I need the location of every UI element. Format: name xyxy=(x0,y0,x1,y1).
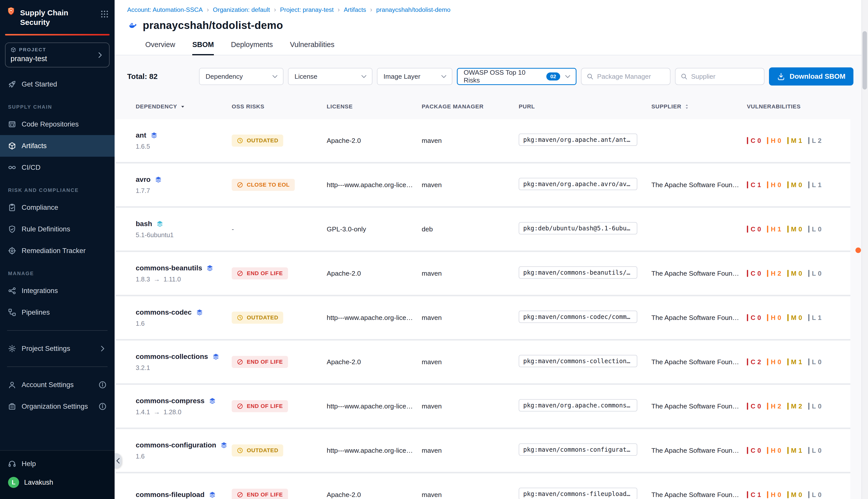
purl-chip[interactable]: pkg:deb/ubuntu/bash@5.1-6ubuntu1 xyxy=(519,222,637,234)
filter-license[interactable]: License xyxy=(288,68,373,85)
purl-chip[interactable]: pkg:maven/commons-configuration/… xyxy=(519,443,637,456)
sidebar-item-organization-settings[interactable]: Organization Settings xyxy=(0,395,115,417)
integrations-icon xyxy=(8,287,16,295)
help-button[interactable]: Help xyxy=(0,454,115,474)
sort-both-icon xyxy=(684,104,690,110)
breadcrumb-link[interactable]: Project: pranay-test xyxy=(280,6,334,13)
sidebar-item-label: Organization Settings xyxy=(22,402,88,411)
table-row[interactable]: commons-collections3.2.1END OF LIFEApach… xyxy=(116,341,851,383)
oss-risk-badge: END OF LIFE xyxy=(232,400,288,412)
info-icon[interactable] xyxy=(99,402,106,411)
vuln-medium: M0 xyxy=(787,226,802,233)
infinity-icon xyxy=(8,163,16,171)
sidebar-item-code-repositories[interactable]: Code Repositories xyxy=(0,113,115,135)
purl-chip[interactable]: pkg:maven/org.apache.avro/avro@1… xyxy=(519,178,637,190)
vuln-medium: M0 xyxy=(787,491,802,499)
nav-divider xyxy=(7,330,108,331)
sidebar-item-project-settings[interactable]: Project Settings xyxy=(0,338,115,360)
sidebar-item-label: Integrations xyxy=(22,287,58,295)
sidebar-item-remediation-tracker[interactable]: Remediation Tracker xyxy=(0,240,115,261)
toolbar: Total: 82 DependencyLicenseImage LayerOW… xyxy=(127,68,851,86)
dependency-name: commons-configuration xyxy=(136,441,232,449)
purl-chip[interactable]: pkg:maven/commons-codec/commons-… xyxy=(519,311,637,323)
sidebar-item-pipelines[interactable]: Pipelines xyxy=(0,302,115,323)
purl-chip[interactable]: pkg:maven/org.apache.commons/com… xyxy=(519,399,637,412)
vuln-critical: C0 xyxy=(747,226,761,233)
purl-chip[interactable]: pkg:maven/commons-fileupload/com… xyxy=(519,488,637,499)
tab-deployments[interactable]: Deployments xyxy=(231,40,273,55)
table-row[interactable]: ant1.6.5OUTDATEDApache-2.0mavenpkg:maven… xyxy=(116,119,851,162)
app-title-line2: Security xyxy=(20,17,68,27)
project-label-text: PROJECT xyxy=(19,47,46,52)
vuln-critical: C0 xyxy=(747,314,761,322)
filter-group: DependencyLicenseImage LayerOWASP OSS To… xyxy=(199,68,577,85)
ban-icon xyxy=(237,403,243,410)
scrollbar-thumb[interactable] xyxy=(863,31,867,89)
breadcrumb: Account: Automation-SSCA›Organization: d… xyxy=(127,6,856,13)
package-manager-search-input[interactable] xyxy=(597,73,665,81)
sidebar-item-ci-cd[interactable]: CI/CD xyxy=(0,157,115,178)
dependency-name: bash xyxy=(136,220,232,228)
purl-chip[interactable]: pkg:maven/org.apache.ant/ant@1.6… xyxy=(519,134,637,146)
column-header-label: PACKAGE MANAGER xyxy=(422,104,483,110)
vuln-low: L0 xyxy=(808,358,821,366)
filter-dependency[interactable]: Dependency xyxy=(199,68,284,85)
column-header-oss-risks[interactable]: OSS RISKS xyxy=(232,104,327,110)
tab-vulnerabilities[interactable]: Vulnerabilities xyxy=(290,40,335,55)
oss-risk-badge: OUTDATED xyxy=(232,445,283,457)
vuln-low: L0 xyxy=(808,491,821,499)
breadcrumb-separator: › xyxy=(370,6,372,13)
vuln-high: H1 xyxy=(767,226,781,233)
tab-sbom[interactable]: SBOM xyxy=(192,40,214,55)
table-row[interactable]: avro1.7.7CLOSE TO EOLhttp---www.apache.o… xyxy=(116,163,851,206)
license: GPL-3.0-only xyxy=(327,226,422,233)
purl-chip[interactable]: pkg:maven/commons-collections/co… xyxy=(519,355,637,367)
gear-icon xyxy=(8,344,16,353)
table-row[interactable]: commons-codec1.6OUTDATEDhttp---www.apach… xyxy=(116,296,851,339)
table-row[interactable]: commons-fileuploadEND OF LIFEApache-2.0m… xyxy=(116,473,851,499)
table-row[interactable]: commons-configuration1.6OUTDATEDhttp---w… xyxy=(116,429,851,472)
table-row[interactable]: commons-beanutils1.8.3→1.11.0END OF LIFE… xyxy=(116,252,851,295)
breadcrumb-link[interactable]: Account: Automation-SSCA xyxy=(127,6,203,13)
sidebar-item-rule-definitions[interactable]: Rule Definitions xyxy=(0,218,115,240)
column-header-dependency[interactable]: DEPENDENCY xyxy=(136,104,232,110)
filter-image-layer[interactable]: Image Layer xyxy=(377,68,452,85)
sidebar-item-compliance[interactable]: Compliance xyxy=(0,197,115,218)
table-row[interactable]: bash5.1-6ubuntu1-GPL-3.0-onlydebpkg:deb/… xyxy=(116,208,851,251)
package-manager: maven xyxy=(422,358,519,366)
table-row[interactable]: commons-compress1.4.1→1.28.0END OF LIFEh… xyxy=(116,385,851,428)
download-sbom-button[interactable]: Download SBOM xyxy=(769,68,853,86)
breadcrumb-link[interactable]: Organization: default xyxy=(213,6,270,13)
supplier-search[interactable] xyxy=(675,68,765,85)
breadcrumb-link[interactable]: Artifacts xyxy=(344,6,366,13)
breadcrumb-link[interactable]: pranaycshah/todolist-demo xyxy=(376,6,450,13)
vuln-low: L2 xyxy=(808,137,821,145)
supplier-search-input[interactable] xyxy=(691,73,759,81)
column-header-license[interactable]: LICENSE xyxy=(327,104,422,110)
purl-chip[interactable]: pkg:maven/commons-beanutils/comm… xyxy=(519,266,637,279)
info-icon[interactable] xyxy=(99,381,106,389)
sidebar-item-artifacts[interactable]: Artifacts xyxy=(0,135,115,157)
compliance-icon xyxy=(8,204,16,211)
project-selector[interactable]: PROJECT pranay-test xyxy=(5,42,110,68)
package-manager-search[interactable] xyxy=(581,68,670,85)
module-switcher-icon[interactable] xyxy=(101,7,109,18)
sidebar-item-account-settings[interactable]: Account Settings xyxy=(0,374,115,395)
filter-label: License xyxy=(294,73,317,81)
user-menu[interactable]: L Lavakush xyxy=(0,474,115,488)
column-header-package-manager[interactable]: PACKAGE MANAGER xyxy=(422,104,519,110)
main-header: Account: Automation-SSCA›Organization: d… xyxy=(115,0,868,55)
package-manager: maven xyxy=(422,491,519,499)
project-label: PROJECT xyxy=(11,47,47,52)
column-header-supplier[interactable]: SUPPLIER xyxy=(651,104,747,110)
content: Total: 82 DependencyLicenseImage LayerOW… xyxy=(115,55,868,499)
project-icon xyxy=(11,47,16,52)
sidebar-item-integrations[interactable]: Integrations xyxy=(0,280,115,302)
tab-overview[interactable]: Overview xyxy=(145,40,175,55)
notification-dot[interactable] xyxy=(855,247,861,253)
sidebar-item-get-started[interactable]: Get Started xyxy=(0,73,115,95)
column-header-purl[interactable]: PURL xyxy=(519,104,651,110)
remediation-icon xyxy=(8,247,16,255)
filter-owasp-oss-top-10-risks[interactable]: OWASP OSS Top 10 Risks02 xyxy=(457,68,577,85)
column-header-vulnerabilities[interactable]: VULNERABILITIES xyxy=(747,104,851,110)
